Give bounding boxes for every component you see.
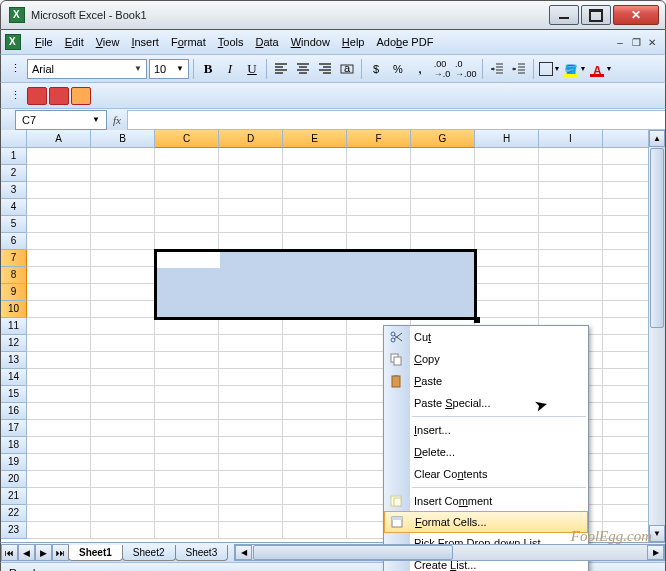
cell[interactable] bbox=[283, 148, 347, 165]
cell[interactable] bbox=[27, 318, 91, 335]
cell[interactable] bbox=[155, 522, 219, 539]
cell[interactable] bbox=[475, 148, 539, 165]
spreadsheet-grid[interactable]: ABCDEFGHI1234567891011121314151617181920… bbox=[0, 130, 666, 542]
cell[interactable] bbox=[91, 233, 155, 250]
cell[interactable] bbox=[155, 454, 219, 471]
decrease-decimal-button[interactable]: .0→.00 bbox=[454, 59, 478, 79]
increase-indent-button[interactable] bbox=[509, 59, 529, 79]
context-menu-delete[interactable]: Delete... bbox=[384, 441, 588, 463]
cell[interactable] bbox=[475, 199, 539, 216]
cell[interactable] bbox=[283, 352, 347, 369]
cell[interactable] bbox=[155, 369, 219, 386]
cell[interactable] bbox=[27, 165, 91, 182]
cell[interactable] bbox=[91, 352, 155, 369]
context-menu-copy[interactable]: Copy bbox=[384, 348, 588, 370]
borders-button[interactable]: ▼ bbox=[538, 59, 562, 79]
cell[interactable] bbox=[91, 488, 155, 505]
cell[interactable] bbox=[347, 216, 411, 233]
cell[interactable] bbox=[283, 318, 347, 335]
cell[interactable] bbox=[155, 403, 219, 420]
cell[interactable] bbox=[155, 318, 219, 335]
cell[interactable] bbox=[219, 454, 283, 471]
formula-bar[interactable] bbox=[127, 110, 665, 130]
cell[interactable] bbox=[155, 335, 219, 352]
tab-nav-last[interactable]: ⏭ bbox=[52, 544, 69, 561]
cell[interactable] bbox=[91, 471, 155, 488]
underline-button[interactable]: U bbox=[242, 59, 262, 79]
cell[interactable] bbox=[155, 284, 219, 301]
row-header-16[interactable]: 16 bbox=[1, 403, 27, 420]
cell[interactable] bbox=[539, 301, 603, 318]
row-header-7[interactable]: 7 bbox=[1, 250, 27, 267]
cell[interactable] bbox=[283, 505, 347, 522]
cell[interactable] bbox=[27, 420, 91, 437]
cell[interactable] bbox=[219, 369, 283, 386]
cell[interactable] bbox=[91, 369, 155, 386]
cell[interactable] bbox=[219, 352, 283, 369]
cell[interactable] bbox=[539, 216, 603, 233]
cell[interactable] bbox=[219, 284, 283, 301]
cell[interactable] bbox=[347, 233, 411, 250]
cell[interactable] bbox=[539, 284, 603, 301]
cell[interactable] bbox=[219, 148, 283, 165]
context-menu-paste[interactable]: Paste bbox=[384, 370, 588, 392]
cell[interactable] bbox=[27, 148, 91, 165]
cell[interactable] bbox=[27, 369, 91, 386]
align-right-button[interactable] bbox=[315, 59, 335, 79]
cell[interactable] bbox=[475, 216, 539, 233]
cell[interactable] bbox=[347, 267, 411, 284]
column-header-D[interactable]: D bbox=[219, 130, 283, 148]
menu-window[interactable]: Window bbox=[285, 33, 336, 51]
cell[interactable] bbox=[347, 250, 411, 267]
cell[interactable] bbox=[27, 488, 91, 505]
doc-restore-button[interactable]: ❐ bbox=[629, 36, 643, 48]
row-header-20[interactable]: 20 bbox=[1, 471, 27, 488]
cell[interactable] bbox=[539, 165, 603, 182]
hscroll-thumb[interactable] bbox=[253, 545, 453, 560]
cell[interactable] bbox=[219, 301, 283, 318]
cell[interactable] bbox=[155, 182, 219, 199]
cell[interactable] bbox=[347, 165, 411, 182]
row-header-10[interactable]: 10 bbox=[1, 301, 27, 318]
vertical-scrollbar[interactable]: ▲ ▼ bbox=[648, 130, 665, 542]
cell[interactable] bbox=[27, 267, 91, 284]
cell[interactable] bbox=[219, 471, 283, 488]
italic-button[interactable]: I bbox=[220, 59, 240, 79]
cell[interactable] bbox=[27, 522, 91, 539]
cell[interactable] bbox=[155, 250, 219, 267]
context-menu-insert[interactable]: Insert... bbox=[384, 419, 588, 441]
cell[interactable] bbox=[27, 284, 91, 301]
cell[interactable] bbox=[283, 233, 347, 250]
column-header-G[interactable]: G bbox=[411, 130, 475, 148]
name-box[interactable]: C7▼ bbox=[15, 110, 107, 130]
row-header-12[interactable]: 12 bbox=[1, 335, 27, 352]
pdf-button-3[interactable] bbox=[71, 87, 91, 105]
cell[interactable] bbox=[219, 182, 283, 199]
sheet-tab-sheet2[interactable]: Sheet2 bbox=[122, 545, 176, 561]
cell[interactable] bbox=[219, 488, 283, 505]
cell[interactable] bbox=[283, 386, 347, 403]
cell[interactable] bbox=[155, 352, 219, 369]
scroll-up-button[interactable]: ▲ bbox=[649, 130, 665, 147]
cell[interactable] bbox=[283, 284, 347, 301]
column-header-H[interactable]: H bbox=[475, 130, 539, 148]
row-header-8[interactable]: 8 bbox=[1, 267, 27, 284]
doc-minimize-button[interactable]: – bbox=[613, 36, 627, 48]
cell[interactable] bbox=[475, 284, 539, 301]
scroll-right-button[interactable]: ▶ bbox=[647, 545, 664, 560]
cell[interactable] bbox=[155, 386, 219, 403]
cell[interactable] bbox=[27, 437, 91, 454]
cell[interactable] bbox=[91, 182, 155, 199]
cell[interactable] bbox=[155, 471, 219, 488]
cell[interactable] bbox=[283, 182, 347, 199]
cell[interactable] bbox=[27, 403, 91, 420]
cell[interactable] bbox=[283, 437, 347, 454]
fx-icon[interactable]: fx bbox=[107, 114, 127, 126]
cell[interactable] bbox=[283, 267, 347, 284]
cell[interactable] bbox=[91, 454, 155, 471]
percent-button[interactable]: % bbox=[388, 59, 408, 79]
cell[interactable] bbox=[283, 165, 347, 182]
column-header-A[interactable]: A bbox=[27, 130, 91, 148]
context-menu-paste-special[interactable]: Paste Special... bbox=[384, 392, 588, 414]
cell[interactable] bbox=[283, 216, 347, 233]
